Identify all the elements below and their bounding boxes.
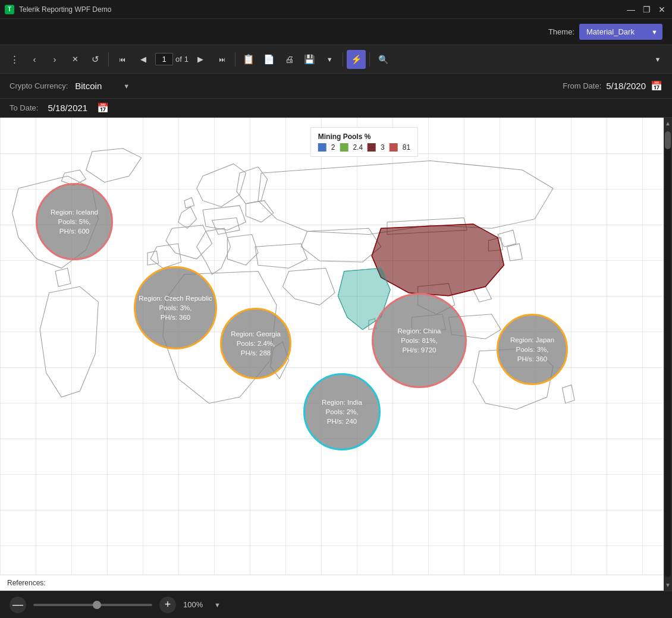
bubble-iceland-phs: PH/s: 600 <box>51 226 98 236</box>
zoom-out-button[interactable]: — <box>10 597 26 613</box>
legend-label-2: 2 <box>331 143 335 152</box>
save-button[interactable]: 💾 <box>300 50 319 69</box>
content-wrap: Crypto Currency: Bitcoin Ethereum Liteco… <box>0 74 672 618</box>
bubble-czech-phs: PH/s: 360 <box>139 313 212 322</box>
bubble-japan-phs: PH/s: 360 <box>510 354 554 364</box>
bubble-india: Region: India Pools: 2%, PH/s: 240 <box>303 373 381 450</box>
export-params-button[interactable]: 📋 <box>239 50 258 69</box>
bubble-japan: Region: Japan Pools: 3%, PH/s: 360 <box>497 314 568 385</box>
bubble-china: Region: China Pools: 81%, PH/s: 9720 <box>372 293 467 388</box>
last-page-button[interactable]: ⏭ <box>212 50 231 69</box>
toolbar: ⋮ ‹ › ✕ ↺ ⏮ ◀ of 1 ▶ ⏭ 📋 📄 🖨 💾 ▼ ⚡ 🔍 ▼ <box>0 45 672 74</box>
legend-items: 2 2.4 3 81 <box>318 143 410 152</box>
bubble-china-phs: PH/s: 9720 <box>398 345 441 355</box>
close-doc-button[interactable]: ✕ <box>65 50 84 69</box>
theme-select[interactable]: Material_Dark Material_Light Office_Blue <box>579 24 662 40</box>
page-navigation: ⏮ ◀ of 1 ▶ ⏭ <box>112 50 231 69</box>
bubble-czech-text: Region: Czech Republic Pools: 3%, PH/s: … <box>139 294 212 322</box>
app-icon: T <box>5 5 14 14</box>
filter-toggle-button[interactable]: ⚡ <box>347 50 366 69</box>
prev-page-button[interactable]: ◀ <box>134 50 153 69</box>
bubble-czech-pools: Pools: 3%, <box>139 303 212 313</box>
next-page-button[interactable]: ▶ <box>191 50 210 69</box>
zoom-in-button[interactable]: + <box>159 597 176 613</box>
minimize-button[interactable]: — <box>626 4 636 15</box>
print-button[interactable]: 🖨 <box>280 50 299 69</box>
legend-swatch-81 <box>390 143 398 152</box>
window-controls[interactable]: — ❐ ✕ <box>626 4 667 15</box>
legend-label-3: 3 <box>381 143 385 152</box>
scroll-up-arrow-icon[interactable]: ▲ <box>665 118 671 129</box>
bubble-iceland-pools: Pools: 5%, <box>51 217 98 226</box>
china-region-highlight <box>372 224 504 296</box>
crypto-select[interactable]: Bitcoin Ethereum Litecoin <box>73 78 132 93</box>
map-legend: Mining Pools % 2 2.4 3 81 <box>310 127 418 157</box>
filter-bar: Crypto Currency: Bitcoin Ethereum Liteco… <box>0 74 672 99</box>
bubble-georgia-pools: Pools: 2.4%, <box>231 339 281 348</box>
bubble-japan-text: Region: Japan Pools: 3%, PH/s: 360 <box>510 335 554 364</box>
crypto-select-wrap[interactable]: Bitcoin Ethereum Litecoin ▼ <box>73 78 132 93</box>
bubble-india-region: Region: India <box>322 398 362 407</box>
map-and-scroll: Mining Pools % 2 2.4 3 81 Region: Icelan… <box>0 118 672 591</box>
bottom-bar: — + 100% ▼ <box>0 591 672 618</box>
title-bar: T Telerik Reporting WPF Demo — ❐ ✕ <box>0 0 672 19</box>
to-date-calendar-icon[interactable]: 📅 <box>97 102 109 113</box>
bubble-georgia-region: Region: Georgia <box>231 329 281 339</box>
bubble-czech-region: Region: Czech Republic <box>139 294 212 303</box>
refresh-button[interactable]: ↺ <box>86 50 105 69</box>
first-page-button[interactable]: ⏮ <box>112 50 131 69</box>
theme-bar: Theme: Material_Dark Material_Light Offi… <box>0 19 672 45</box>
bubble-georgia: Region: Georgia Pools: 2.4%, PH/s: 288 <box>220 308 291 379</box>
bubble-czech: Region: Czech Republic Pools: 3%, PH/s: … <box>134 266 217 349</box>
scroll-thumb[interactable] <box>665 131 671 149</box>
menu-button[interactable]: ⋮ <box>5 50 24 69</box>
crypto-filter: Crypto Currency: Bitcoin Ethereum Liteco… <box>10 78 132 93</box>
references-bar: References: <box>0 575 664 591</box>
bubble-india-pools: Pools: 2%, <box>322 407 362 417</box>
copy-button[interactable]: 📄 <box>259 50 278 69</box>
more-button[interactable]: ▼ <box>648 50 667 69</box>
bubble-georgia-phs: PH/s: 288 <box>231 348 281 358</box>
bubble-iceland-region: Region: Iceland <box>51 207 98 217</box>
search-button[interactable]: 🔍 <box>373 50 392 69</box>
scroll-track[interactable] <box>665 131 671 577</box>
legend-title: Mining Pools % <box>318 133 410 141</box>
zoom-thumb[interactable] <box>93 601 101 609</box>
theme-dropdown-wrap[interactable]: Material_Dark Material_Light Office_Blue… <box>579 24 662 40</box>
references-label: References: <box>7 579 46 587</box>
forward-button[interactable]: › <box>45 50 64 69</box>
bubble-india-phs: PH/s: 240 <box>322 417 362 426</box>
save-dropdown-button[interactable]: ▼ <box>320 50 339 69</box>
maximize-button[interactable]: ❐ <box>641 4 652 15</box>
legend-swatch-2 <box>318 143 326 152</box>
bubble-iceland: Region: Iceland Pools: 5%, PH/s: 600 <box>36 183 113 260</box>
page-of-label: of <box>175 55 182 64</box>
to-date-label: To Date: <box>10 103 38 112</box>
from-date-wrap: From Date: 5/18/2020 📅 <box>563 80 662 92</box>
scrollbar-right[interactable]: ▲ ▼ <box>664 118 672 591</box>
legend-label-81: 81 <box>403 143 410 152</box>
from-date-calendar-icon[interactable]: 📅 <box>651 80 662 92</box>
bubble-japan-region: Region: Japan <box>510 335 554 345</box>
legend-swatch-3 <box>368 143 376 152</box>
bubble-china-text: Region: China Pools: 81%, PH/s: 9720 <box>398 326 441 355</box>
sep3 <box>343 52 343 67</box>
close-button[interactable]: ✕ <box>657 4 667 15</box>
bubble-japan-pools: Pools: 3%, <box>510 345 554 354</box>
theme-label: Theme: <box>548 27 574 36</box>
scroll-down-arrow-icon[interactable]: ▼ <box>665 579 671 591</box>
from-date-value: 5/18/2020 <box>606 81 646 91</box>
crypto-label: Crypto Currency: <box>10 81 68 90</box>
map-container: Mining Pools % 2 2.4 3 81 Region: Icelan… <box>0 118 664 591</box>
zoom-level: 100% <box>183 600 207 609</box>
zoom-level-dropdown-icon[interactable]: ▼ <box>214 601 221 608</box>
page-input[interactable] <box>155 53 173 65</box>
sep4 <box>369 52 370 67</box>
bubble-china-pools: Pools: 81%, <box>398 336 441 345</box>
zoom-slider[interactable] <box>33 604 152 606</box>
bubble-india-text: Region: India Pools: 2%, PH/s: 240 <box>322 398 362 426</box>
bubble-china-region: Region: China <box>398 326 441 336</box>
page-total: 1 <box>184 55 189 64</box>
back-button[interactable]: ‹ <box>25 50 44 69</box>
to-date-value: 5/18/2021 <box>48 103 87 113</box>
